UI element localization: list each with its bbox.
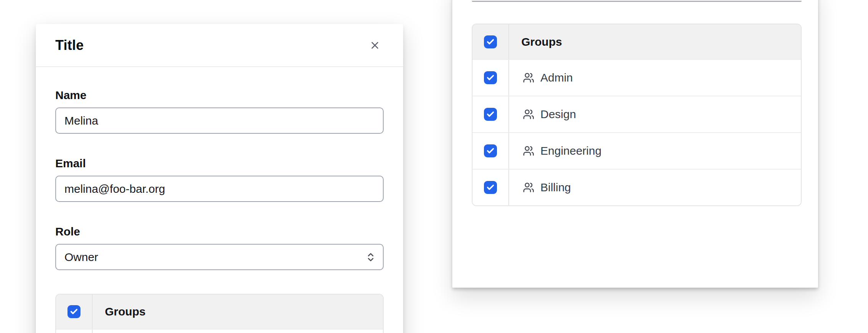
panel-groups-table-header: Groups [473,24,801,59]
header-checkbox-cell [473,24,509,59]
email-input[interactable] [55,176,384,202]
check-icon [70,307,78,316]
modal-groups-table: Groups [55,294,384,333]
groups-panel: Groups Admin [452,0,818,288]
group-label: Billing [540,181,571,194]
group-row: Billing [473,169,801,205]
group-label: Admin [540,71,573,84]
role-field-group: Role Owner [55,225,384,270]
users-icon [523,145,534,157]
row-content-cell: Engineering [509,133,801,169]
group-label: Design [540,108,576,121]
users-icon [523,182,534,193]
row-content-cell [93,330,383,333]
group-row: Admin [473,59,801,96]
role-label: Role [55,225,384,239]
group-row: Engineering [473,132,801,169]
email-label: Email [55,157,384,170]
panel-groups-table: Groups Admin [472,24,802,206]
header-label-cell: Groups [93,295,383,329]
check-icon [486,183,495,192]
modal-body: Name Email Role Owner [36,67,403,333]
close-button[interactable] [366,37,383,54]
close-icon [369,40,381,51]
check-icon [486,147,495,155]
group-label: Engineering [540,144,601,157]
users-icon [523,109,534,120]
row-content-cell: Design [509,96,801,132]
role-select-value: Owner [64,251,98,264]
group-checkbox[interactable] [484,181,497,194]
row-content-cell: Admin [509,60,801,96]
check-icon [486,74,495,82]
header-label-cell: Groups [509,24,801,59]
row-checkbox-cell [56,330,93,333]
chevrons-up-down-icon [365,252,376,263]
row-checkbox-cell [473,96,509,132]
select-all-checkbox[interactable] [484,35,497,48]
group-checkbox[interactable] [484,108,497,121]
check-icon [486,110,495,118]
row-checkbox-cell [473,60,509,96]
select-all-checkbox[interactable] [68,305,80,318]
name-field-group: Name [55,88,384,134]
row-checkbox-cell [473,133,509,169]
row-checkbox-cell [473,170,509,205]
groups-header-label: Groups [521,35,562,48]
modal-groups-table-header: Groups [56,295,383,329]
check-icon [486,38,495,46]
modal-header: Title [36,24,403,67]
group-checkbox[interactable] [484,144,497,157]
row-content-cell: Billing [509,170,801,205]
role-select[interactable]: Owner [55,244,384,270]
name-input[interactable] [55,107,384,134]
modal-title: Title [55,37,84,53]
groups-header-label: Groups [105,305,146,318]
name-label: Name [55,88,384,102]
group-checkbox[interactable] [484,71,497,84]
header-checkbox-cell [56,295,93,329]
group-row: Design [473,96,801,132]
table-row [56,329,383,333]
users-icon [523,72,534,83]
email-field-group: Email [55,157,384,202]
edit-user-modal: Title Name Email Role Owner [36,24,403,333]
cutoff-element-edge [472,1,802,2]
